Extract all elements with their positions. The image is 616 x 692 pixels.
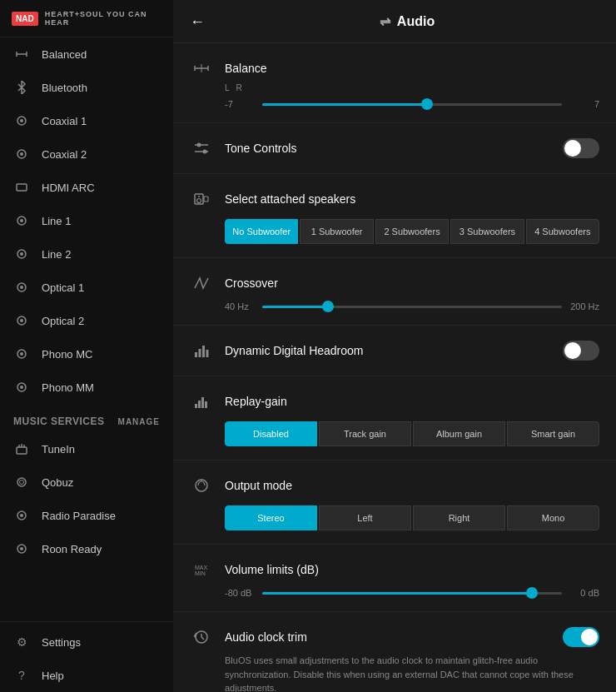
speaker-option-0[interactable]: No Subwoofer	[225, 219, 298, 244]
sidebar-item-hdmi-arc[interactable]: HDMI ARC	[0, 171, 173, 204]
output-mode-option-3[interactable]: Mono	[507, 505, 599, 530]
svg-point-17	[20, 352, 23, 356]
lr-r: R	[236, 83, 242, 92]
output-mode-row: Output mode	[190, 474, 599, 497]
sidebar-item-coaxial2[interactable]: Coaxial 2	[0, 137, 173, 171]
speaker-option-4[interactable]: 4 Subwoofers	[526, 219, 599, 244]
sidebar-item-optical2[interactable]: Optical 2	[0, 304, 173, 337]
balance-min: -7	[225, 99, 254, 109]
svg-rect-48	[201, 397, 204, 408]
svg-point-39	[197, 199, 201, 203]
manage-button[interactable]: MANAGE	[118, 417, 160, 426]
balanced-icon	[13, 46, 30, 62]
sidebar-item-coaxial1[interactable]: Coaxial 1	[0, 104, 173, 137]
speaker-option-3[interactable]: 3 Subwoofers	[450, 219, 524, 244]
tone-controls-toggle[interactable]	[563, 138, 599, 158]
sidebar-item-tunein[interactable]: TuneIn	[0, 432, 173, 465]
page-title-text: Audio	[397, 14, 435, 29]
sidebar-label-coaxial2: Coaxial 2	[42, 148, 87, 161]
brand-header: NAD HEART+SOUL YOU CAN HEAR	[0, 0, 173, 37]
audio-clock-description: BluOS uses small adjustments to the audi…	[225, 654, 599, 692]
balance-max: 7	[570, 99, 599, 109]
dynamic-headroom-section: Dynamic Digital Headroom	[173, 326, 616, 376]
sidebar-item-radio-paradise[interactable]: Radio Paradise	[0, 499, 173, 532]
replay-gain-option-2[interactable]: Album gain	[413, 421, 505, 446]
crossover-slider[interactable]: 40 Hz 200 Hz	[225, 301, 599, 311]
output-mode-icon	[190, 474, 213, 497]
help-icon: ?	[13, 667, 30, 684]
sidebar-item-line1[interactable]: Line 1	[0, 204, 173, 237]
nav-inputs: Balanced Bluetooth Coaxial 1 Coaxial 2 H…	[0, 37, 173, 621]
dynamic-headroom-toggle[interactable]	[563, 341, 599, 361]
svg-point-29	[20, 547, 23, 550]
svg-point-4	[20, 119, 23, 122]
optical2-icon	[13, 312, 30, 329]
sidebar-item-phono-mm[interactable]: Phono MM	[0, 371, 173, 404]
back-button[interactable]: ←	[190, 14, 205, 29]
speaker-option-1[interactable]: 1 Subwoofer	[300, 219, 373, 244]
svg-rect-7	[17, 184, 27, 191]
qobuz-icon	[13, 474, 30, 490]
volume-thumb[interactable]	[526, 587, 538, 599]
balance-slider[interactable]: -7 7	[225, 99, 599, 109]
balance-icon	[190, 57, 213, 80]
sidebar-label-hdmi-arc: HDMI ARC	[42, 182, 95, 194]
speakers-icon	[190, 187, 213, 211]
output-mode-option-0[interactable]: Stereo	[225, 505, 317, 530]
page-title: ⇌ Audio	[215, 13, 599, 29]
replay-gain-section: Replay-gain DisabledTrack gainAlbum gain…	[173, 376, 616, 461]
sidebar-label-tunein: TuneIn	[42, 443, 75, 456]
speakers-row: Select attached speakers	[190, 187, 599, 211]
sidebar: NAD HEART+SOUL YOU CAN HEAR Balanced Blu…	[0, 0, 173, 692]
crossover-min: 40 Hz	[225, 301, 254, 311]
volume-max: 0 dB	[570, 588, 599, 598]
sidebar-item-settings[interactable]: ⚙ Settings	[0, 625, 173, 659]
sidebar-item-qobuz[interactable]: Qobuz	[0, 465, 173, 499]
balance-fill	[262, 103, 427, 106]
sidebar-item-line2[interactable]: Line 2	[0, 237, 173, 271]
volume-limits-label: Volume limits (dB)	[225, 563, 599, 576]
line2-icon	[13, 246, 30, 262]
sidebar-label-bluetooth: Bluetooth	[42, 82, 87, 94]
audio-clock-toggle[interactable]	[563, 627, 599, 647]
svg-rect-46	[195, 404, 197, 408]
coaxial2-icon	[13, 146, 30, 162]
sidebar-item-balanced[interactable]: Balanced	[0, 37, 173, 71]
crossover-fill	[262, 306, 328, 308]
svg-line-56	[201, 637, 204, 640]
music-services-label: Music Services	[13, 416, 104, 427]
output-mode-option-2[interactable]: Right	[413, 505, 505, 530]
audio-clock-label: Audio clock trim	[225, 630, 551, 644]
output-mode-option-1[interactable]: Left	[319, 505, 411, 530]
crossover-thumb[interactable]	[322, 301, 334, 312]
dynamic-headroom-label: Dynamic Digital Headroom	[225, 344, 551, 357]
svg-point-40	[198, 196, 200, 197]
tone-controls-label: Tone Controls	[225, 142, 551, 155]
sidebar-item-bluetooth[interactable]: Bluetooth	[0, 71, 173, 104]
coaxial1-icon	[13, 112, 30, 129]
svg-point-36	[197, 143, 201, 147]
svg-point-15	[20, 319, 23, 322]
replay-gain-option-1[interactable]: Track gain	[319, 421, 411, 446]
svg-rect-49	[205, 401, 207, 408]
svg-text:MAX: MAX	[195, 565, 208, 570]
radio-paradise-icon	[13, 507, 30, 524]
sidebar-item-optical1[interactable]: Optical 1	[0, 271, 173, 304]
speakers-section: Select attached speakers No Subwoofer1 S…	[173, 174, 616, 258]
crossover-track[interactable]	[262, 306, 562, 308]
speaker-option-2[interactable]: 2 Subwoofers	[375, 219, 449, 244]
balance-track[interactable]	[262, 103, 562, 106]
replay-gain-option-3[interactable]: Smart gain	[507, 421, 599, 446]
lr-l: L	[225, 83, 230, 92]
replay-gain-option-0[interactable]: Disabled	[225, 421, 317, 446]
svg-point-11	[20, 252, 23, 256]
volume-track[interactable]	[262, 592, 562, 595]
balance-thumb[interactable]	[421, 98, 433, 110]
sidebar-item-help[interactable]: ? Help	[0, 659, 173, 692]
volume-limits-slider[interactable]: -80 dB 0 dB	[225, 588, 599, 598]
sidebar-item-roon-ready[interactable]: Roon Ready	[0, 532, 173, 565]
audio-clock-icon	[190, 625, 213, 649]
sidebar-item-phono-mc[interactable]: Phono MC	[0, 337, 173, 371]
svg-rect-43	[199, 349, 201, 357]
sidebar-bottom: ⚙ Settings ? Help	[0, 621, 173, 692]
